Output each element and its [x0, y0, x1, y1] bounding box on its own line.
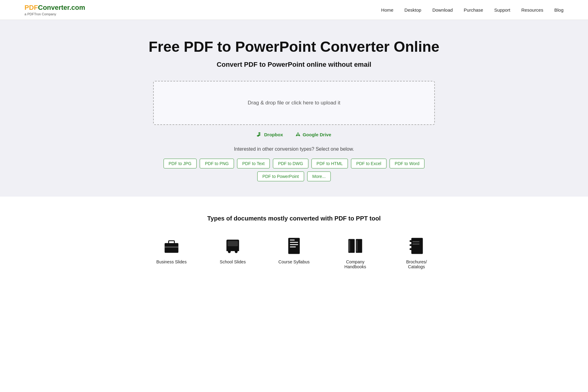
nav-item-download[interactable]: Download: [432, 7, 453, 13]
conversion-tag[interactable]: PDF to JPG: [164, 159, 197, 168]
doc-types-heading: Types of documents mostly converted with…: [6, 215, 582, 222]
svg-rect-7: [226, 249, 239, 251]
doc-type-label: Brochures/ Catalogs: [398, 259, 435, 269]
conversion-tag[interactable]: PDF to HTML: [311, 159, 348, 168]
svg-rect-4: [228, 241, 238, 246]
svg-rect-1: [169, 241, 175, 243]
hero-section: Free PDF to PowerPoint Converter Online …: [0, 20, 588, 197]
nav-item-blog[interactable]: Blog: [554, 7, 564, 13]
upload-label: Drag & drop file or click here to upload…: [166, 100, 422, 106]
conversion-tag[interactable]: PDF to Text: [237, 159, 270, 168]
doc-icons-container: Business Slides School Slides Course Syl…: [6, 237, 582, 269]
logo-pdf: PDF: [24, 4, 38, 11]
svg-rect-11: [290, 247, 296, 247]
nav-item-support[interactable]: Support: [494, 7, 511, 13]
document-icon: [285, 237, 303, 255]
svg-rect-20: [410, 248, 412, 250]
svg-rect-15: [349, 240, 350, 252]
conversion-prompt: Interested in other conversion types? Se…: [6, 146, 582, 152]
nav-item-desktop[interactable]: Desktop: [405, 7, 421, 13]
books-icon: [346, 237, 364, 255]
conversion-tag[interactable]: PDF to Excel: [351, 159, 386, 168]
doc-type-item: Business Slides: [153, 237, 190, 269]
google-drive-link[interactable]: Google Drive: [295, 132, 331, 137]
svg-rect-0: [165, 243, 179, 253]
nav-item-home[interactable]: Home: [381, 7, 394, 13]
logo[interactable]: PDFConverter.com a PDFTron Company: [24, 4, 85, 16]
conversion-tag[interactable]: More...: [307, 172, 331, 181]
svg-rect-9: [290, 242, 298, 243]
nav-item-purchase[interactable]: Purchase: [464, 7, 483, 13]
doc-type-item: Brochures/ Catalogs: [398, 237, 435, 269]
doc-type-item: Company Handbooks: [337, 237, 374, 269]
svg-rect-17: [411, 238, 423, 254]
conversion-tags: PDF to JPGPDF to PNGPDF to TextPDF to DW…: [156, 159, 432, 181]
doc-types-section: Types of documents mostly converted with…: [0, 197, 588, 285]
conversion-tag[interactable]: PDF to PNG: [200, 159, 234, 168]
page-title: Free PDF to PowerPoint Converter Online: [6, 38, 582, 55]
page-subtitle: Convert PDF to PowerPoint online without…: [6, 61, 582, 69]
doc-type-label: School Slides: [220, 259, 246, 264]
dropbox-icon: [257, 132, 262, 137]
bus-icon: [224, 237, 242, 255]
svg-rect-19: [410, 244, 412, 246]
google-drive-label: Google Drive: [303, 132, 331, 137]
main-nav: HomeDesktopDownloadPurchaseSupportResour…: [381, 7, 564, 13]
conversion-tag[interactable]: PDF to DWG: [273, 159, 308, 168]
logo-converter: Converter.com: [38, 4, 85, 11]
conversion-tag[interactable]: PDF to Word: [390, 159, 425, 168]
notebook-icon: [407, 237, 426, 255]
svg-rect-16: [356, 240, 358, 252]
svg-rect-18: [410, 240, 412, 242]
briefcase-icon: [162, 237, 181, 255]
doc-type-item: School Slides: [214, 237, 251, 269]
doc-type-label: Business Slides: [156, 259, 187, 264]
doc-type-item: Course Syllabus: [276, 237, 312, 269]
doc-type-label: Course Syllabus: [278, 259, 310, 264]
google-drive-icon: [295, 132, 301, 137]
svg-rect-10: [290, 244, 298, 245]
nav-item-resources[interactable]: Resources: [521, 7, 543, 13]
svg-rect-2: [165, 247, 179, 248]
site-header: PDFConverter.com a PDFTron Company HomeD…: [0, 0, 588, 20]
doc-type-label: Company Handbooks: [337, 259, 374, 269]
svg-rect-12: [290, 239, 295, 240]
upload-dropzone[interactable]: Drag & drop file or click here to upload…: [153, 81, 435, 125]
cloud-links: Dropbox Google Drive: [6, 132, 582, 137]
dropbox-label: Dropbox: [264, 132, 283, 137]
svg-rect-21: [413, 241, 420, 242]
dropbox-link[interactable]: Dropbox: [257, 132, 283, 137]
conversion-tag[interactable]: PDF to PowerPoint: [257, 172, 304, 181]
logo-sub: a PDFTron Company: [24, 12, 85, 16]
svg-rect-22: [413, 244, 420, 245]
